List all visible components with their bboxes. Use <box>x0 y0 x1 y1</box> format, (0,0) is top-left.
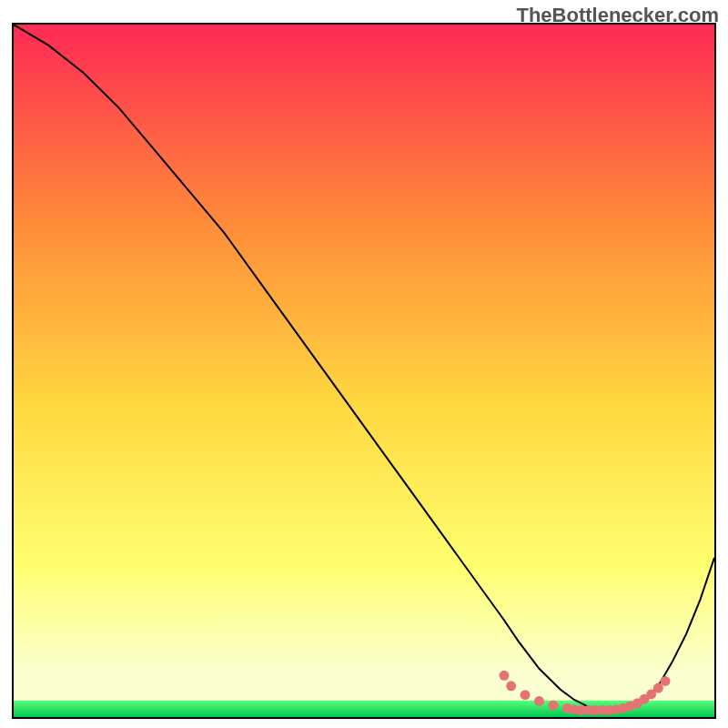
optimal-dot <box>521 690 531 700</box>
optimal-dot <box>548 701 558 711</box>
optimal-dot <box>534 696 544 706</box>
bottleneck-chart: TheBottlenecker.com <box>0 0 728 728</box>
gradient-background <box>14 25 714 717</box>
plot-area <box>12 23 716 719</box>
optimal-dot <box>661 676 671 686</box>
chart-svg <box>14 25 714 717</box>
optimal-dot <box>506 681 516 691</box>
watermark-text: TheBottlenecker.com <box>516 4 719 27</box>
optimal-dot <box>500 671 510 681</box>
